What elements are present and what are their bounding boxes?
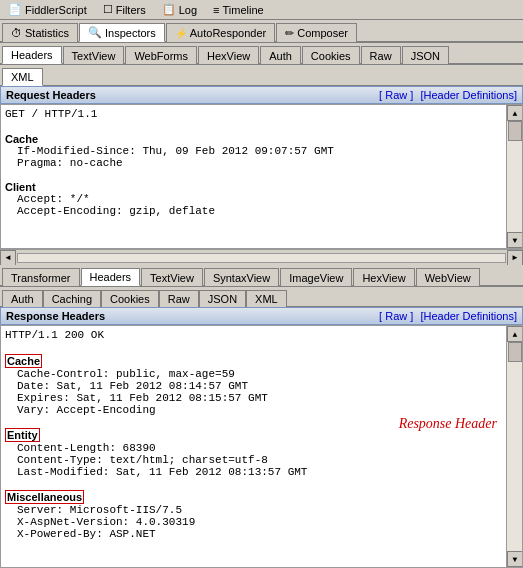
request-tab-webforms[interactable]: WebForms [125,46,197,64]
response-section-cache-label: Cache [5,354,502,368]
autoresponder-icon: ⚡ [175,28,187,39]
request-scrollbar[interactable]: ▲ ▼ [506,105,522,248]
hscroll-left-btn[interactable]: ◄ [0,250,16,266]
scroll-track [507,121,522,232]
scroll-thumb [508,121,522,141]
request-header-accept-encoding: Accept-Encoding: gzip, deflate [5,205,502,217]
response-raw-link[interactable]: [ Raw ] [379,310,413,322]
fiddlerscript-icon: 📄 [8,3,22,16]
response-headers-panel-header: Response Headers [ Raw ] [Header Definit… [0,307,523,325]
response-headers-title: Response Headers [6,310,105,322]
response-subtab-bar: Auth Caching Cookies Raw JSON XML [0,287,523,307]
response-scroll-down-btn[interactable]: ▼ [507,551,523,567]
response-section-misc-label: Miscellaneous [5,490,502,504]
response-scrollbar[interactable]: ▲ ▼ [506,326,522,567]
response-server: Server: Microsoft-IIS/7.5 [5,504,502,516]
request-tab-cookies[interactable]: Cookies [302,46,360,64]
response-date: Date: Sat, 11 Feb 2012 08:14:57 GMT [5,380,502,392]
request-header-accept: Accept: */* [5,193,502,205]
timeline-icon: ≡ [213,4,219,16]
response-content-length: Content-Length: 68390 [5,442,502,454]
response-tab-textview[interactable]: TextView [141,268,203,286]
request-tab-xml[interactable]: XML [2,68,43,86]
request-headers-title: Request Headers [6,89,96,101]
response-tab-xml[interactable]: XML [246,290,287,307]
response-headers-links: [ Raw ] [Header Definitions] [375,310,517,322]
response-cache-control: Cache-Control: public, max-age=59 [5,368,502,380]
top-menu-bar: 📄 FiddlerScript ☐ Filters 📋 Log ≡ Timeli… [0,0,523,20]
response-vary: Vary: Accept-Encoding [5,404,502,416]
filters-icon: ☐ [103,3,113,16]
request-http-line: GET / HTTP/1.1 [5,107,502,121]
response-scroll-track [507,342,522,551]
entity-boxed-label: Entity [5,428,40,442]
scroll-up-btn[interactable]: ▲ [507,105,523,121]
request-section-client: Client [5,181,502,193]
response-tab-headers[interactable]: Headers [81,268,141,286]
response-tab-auth[interactable]: Auth [2,290,43,307]
tab-inspectors[interactable]: 🔍 Inspectors [79,23,165,42]
request-tab-raw[interactable]: Raw [361,46,401,64]
request-header-defs-link[interactable]: [Header Definitions] [420,89,517,101]
response-last-modified: Last-Modified: Sat, 11 Feb 2012 08:13:57… [5,466,502,478]
request-tab-headers[interactable]: Headers [2,46,62,64]
response-header-defs-link[interactable]: [Header Definitions] [420,310,517,322]
misc-boxed-label: Miscellaneous [5,490,84,504]
menu-fiddlerscript[interactable]: 📄 FiddlerScript [0,1,95,18]
request-section-cache: Cache [5,133,502,145]
cache-boxed-label: Cache [5,354,42,368]
response-header-note: Response Header [399,416,497,432]
request-tab-auth[interactable]: Auth [260,46,301,64]
hscroll-track [17,253,506,263]
response-http-line: HTTP/1.1 200 OK [5,328,502,342]
tab-composer[interactable]: ✏ Composer [276,23,357,42]
main-tab-bar: ⏱ Statistics 🔍 Inspectors ⚡ AutoResponde… [0,20,523,43]
response-scroll-thumb [508,342,522,362]
response-scroll-up-btn[interactable]: ▲ [507,326,523,342]
response-top-tab-bar: Transformer Headers TextView SyntaxView … [0,265,523,287]
response-tab-imageview[interactable]: ImageView [280,268,352,286]
response-tab-caching[interactable]: Caching [43,290,101,307]
menu-timeline[interactable]: ≡ Timeline [205,2,272,18]
menu-log[interactable]: 📋 Log [154,1,205,18]
request-tab-json[interactable]: JSON [402,46,449,64]
response-aspnet-version: X-AspNet-Version: 4.0.30319 [5,516,502,528]
request-tab-textview[interactable]: TextView [63,46,125,64]
response-tab-syntaxview[interactable]: SyntaxView [204,268,279,286]
request-headers-panel-header: Request Headers [ Raw ] [Header Definiti… [0,86,523,104]
response-tab-transformer[interactable]: Transformer [2,268,80,286]
tab-autoresponder[interactable]: ⚡ AutoResponder [166,23,275,42]
response-tab-webview[interactable]: WebView [416,268,480,286]
response-powered-by: X-Powered-By: ASP.NET [5,528,502,540]
main-wrapper: 📄 FiddlerScript ☐ Filters 📋 Log ≡ Timeli… [0,0,523,568]
tab-statistics[interactable]: ⏱ Statistics [2,23,78,42]
inspectors-icon: 🔍 [88,26,102,39]
scroll-down-btn[interactable]: ▼ [507,232,523,248]
request-hscroll: ◄ ► [0,249,523,265]
response-tab-hexview[interactable]: HexView [353,268,414,286]
request-raw-link[interactable]: [ Raw ] [379,89,413,101]
statistics-icon: ⏱ [11,27,22,39]
log-icon: 📋 [162,3,176,16]
request-header-if-modified: If-Modified-Since: Thu, 09 Feb 2012 09:0… [5,145,502,157]
response-tab-cookies[interactable]: Cookies [101,290,159,307]
request-header-pragma: Pragma: no-cache [5,157,502,169]
request-content-area: GET / HTTP/1.1 Cache If-Modified-Since: … [0,104,523,249]
menu-filters[interactable]: ☐ Filters [95,1,154,18]
hscroll-right-btn[interactable]: ► [507,250,523,266]
composer-icon: ✏ [285,27,294,40]
response-expires: Expires: Sat, 11 Feb 2012 08:15:57 GMT [5,392,502,404]
response-tab-raw[interactable]: Raw [159,290,199,307]
request-xml-tab-bar: XML [0,65,523,86]
request-headers-links: [ Raw ] [Header Definitions] [375,89,517,101]
response-content-type: Content-Type: text/html; charset=utf-8 [5,454,502,466]
request-top-tab-bar: Headers TextView WebForms HexView Auth C… [0,43,523,65]
response-tab-json[interactable]: JSON [199,290,246,307]
request-tab-hexview[interactable]: HexView [198,46,259,64]
response-content-area: HTTP/1.1 200 OK Cache Cache-Control: pub… [0,325,523,568]
